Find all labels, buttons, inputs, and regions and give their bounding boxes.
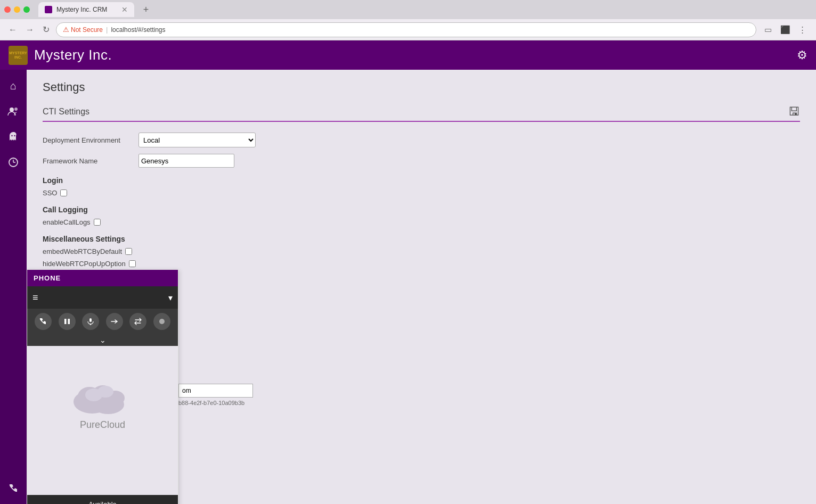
phone-transfer-btn[interactable] — [106, 313, 123, 330]
address-separator: | — [106, 26, 108, 34]
phone-toolbar: ≡ ▾ — [27, 286, 178, 309]
sidebar-item-clock[interactable] — [2, 151, 25, 174]
address-url: localhost/#/settings — [111, 26, 165, 34]
back-button[interactable]: ← — [6, 23, 19, 37]
minimize-window-dot[interactable] — [14, 6, 20, 13]
app-logo: MYSTERYINC. — [9, 46, 28, 65]
browser-extra-icons: ▭ ⬛ ⋮ — [761, 22, 810, 37]
cast-icon[interactable]: ▭ — [761, 22, 776, 37]
maximize-window-dot[interactable] — [23, 6, 30, 13]
phone-body: PureCloud — [27, 346, 178, 495]
svg-point-0 — [10, 108, 14, 112]
phone-record-btn[interactable] — [153, 313, 170, 330]
settings-section: CTI Settings 🖫 Deployment Environment Lo… — [43, 105, 800, 268]
browser-chrome: Mystery Inc. CRM ✕ + ← → ↻ ⚠ Not Secure … — [0, 0, 816, 504]
phone-header-label: PHONE — [34, 274, 61, 282]
phone-status-bar[interactable]: Available — [27, 495, 178, 504]
partial-input-field[interactable] — [178, 384, 253, 398]
embed-webrtc-checkbox[interactable] — [125, 248, 132, 255]
tab-favicon — [45, 6, 52, 13]
sidebar: ⌂ — [0, 70, 27, 504]
app-title: Mystery Inc. — [34, 47, 112, 63]
warning-icon: ⚠ — [63, 26, 69, 34]
browser-titlebar: Mystery Inc. CRM ✕ + — [0, 0, 816, 19]
misc-subsection-title: Miscellaneous Settings — [43, 235, 800, 243]
framework-name-input[interactable] — [138, 154, 234, 168]
sidebar-item-phone[interactable] — [2, 476, 25, 500]
phone-swap-btn[interactable] — [129, 313, 146, 330]
close-window-dot[interactable] — [4, 6, 11, 13]
forward-button[interactable]: → — [23, 23, 36, 37]
svg-point-1 — [14, 108, 18, 111]
svg-point-11 — [159, 319, 165, 324]
hide-webrtc-row: hideWebRTCPopUpOption — [43, 260, 800, 268]
phone-collapse-icon[interactable]: ⌄ — [100, 336, 106, 344]
svg-rect-9 — [89, 318, 92, 322]
hide-webrtc-checkbox[interactable] — [129, 260, 136, 267]
sidebar-item-home[interactable]: ⌂ — [2, 74, 25, 97]
sidebar-item-contacts[interactable] — [2, 100, 25, 123]
cloud-graphic — [68, 378, 137, 415]
svg-point-3 — [14, 135, 15, 136]
browser-toolbar: ← → ↻ ⚠ Not Secure | localhost/#/setting… — [0, 19, 816, 40]
phone-status-label: Available — [88, 500, 117, 504]
new-tab-button[interactable]: + — [138, 2, 153, 17]
section-header: CTI Settings 🖫 — [43, 105, 800, 122]
svg-point-2 — [11, 135, 12, 136]
settings-gear-icon[interactable]: ⚙ — [797, 48, 807, 62]
address-bar[interactable]: ⚠ Not Secure | localhost/#/settings — [56, 22, 756, 37]
embed-webrtc-row: embedWebRTCByDefault — [43, 247, 800, 255]
page-title: Settings — [43, 80, 800, 94]
phone-chevron-bar: ⌄ — [27, 334, 178, 346]
hide-webrtc-label: hideWebRTCPopUpOption — [43, 260, 126, 268]
save-icon[interactable]: 🖫 — [788, 105, 800, 119]
tab-close-button[interactable]: ✕ — [121, 5, 128, 14]
app-body: ⌂ — [0, 70, 816, 504]
phone-call-btn[interactable] — [35, 313, 52, 330]
browser-tab[interactable]: Mystery Inc. CRM ✕ — [38, 2, 134, 17]
deployment-env-row: Deployment Environment Local Cloud Stagi… — [43, 133, 800, 147]
menu-icon[interactable]: ⋮ — [795, 22, 810, 37]
app-container: MYSTERYINC. Mystery Inc. ⚙ ⌂ — [0, 40, 816, 504]
main-content: Settings CTI Settings 🖫 Deployment Envir… — [27, 70, 816, 504]
uuid-text: b88-4e2f-b7e0-10a09b3b — [178, 400, 253, 406]
section-title: CTI Settings — [43, 107, 788, 117]
window-controls — [4, 6, 30, 13]
phone-controls-bar — [27, 309, 178, 334]
not-secure-indicator: ⚠ Not Secure — [63, 26, 103, 34]
sso-label: SSO — [43, 189, 57, 197]
login-subsection-title: Login — [43, 176, 800, 185]
phone-pause-btn[interactable] — [59, 313, 76, 330]
phone-mic-btn[interactable] — [82, 313, 99, 330]
svg-rect-8 — [68, 319, 70, 324]
extensions-icon[interactable]: ⬛ — [778, 22, 793, 37]
app-header: MYSTERYINC. Mystery Inc. ⚙ — [0, 40, 816, 70]
purecloud-logo: PureCloud — [68, 378, 137, 431]
framework-name-row: Framework Name — [43, 154, 800, 168]
partial-input-area: b88-4e2f-b7e0-10a09b3b — [178, 384, 253, 406]
embed-webrtc-label: embedWebRTCByDefault — [43, 247, 122, 255]
sso-row: SSO — [43, 189, 800, 197]
call-logging-subsection-title: Call Logging — [43, 205, 800, 214]
svg-point-18 — [97, 386, 113, 398]
deployment-env-label: Deployment Environment — [43, 136, 138, 144]
phone-panel: PHONE ≡ ▾ — [27, 269, 178, 504]
phone-panel-header: PHONE — [27, 270, 178, 286]
enable-call-logs-label: enableCallLogs — [43, 218, 91, 226]
sidebar-item-ghost[interactable] — [2, 125, 25, 148]
phone-dropdown-arrow[interactable]: ▾ — [168, 293, 173, 303]
sso-checkbox[interactable] — [60, 189, 67, 196]
refresh-button[interactable]: ↻ — [40, 22, 52, 37]
tab-title: Mystery Inc. CRM — [56, 6, 107, 13]
deployment-env-select[interactable]: Local Cloud Staging Production — [138, 133, 256, 147]
framework-name-label: Framework Name — [43, 157, 138, 165]
purecloud-text: PureCloud — [68, 419, 137, 431]
svg-rect-7 — [64, 319, 67, 324]
enable-call-logs-checkbox[interactable] — [94, 219, 101, 226]
enable-call-logs-row: enableCallLogs — [43, 218, 800, 226]
phone-menu-icon[interactable]: ≡ — [32, 292, 38, 303]
